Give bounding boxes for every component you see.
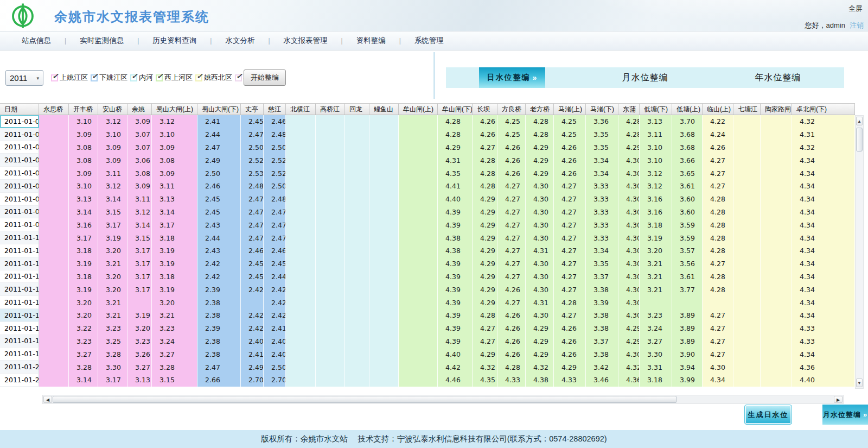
value-cell[interactable] xyxy=(345,193,369,206)
value-cell[interactable]: 3.33 xyxy=(586,206,618,219)
value-cell[interactable] xyxy=(316,167,345,180)
value-cell[interactable]: 4.34 xyxy=(792,309,855,322)
value-cell[interactable]: 2.47 xyxy=(241,218,264,231)
value-cell[interactable]: 2.43 xyxy=(197,244,241,257)
value-cell[interactable] xyxy=(399,361,438,374)
value-cell[interactable] xyxy=(369,283,399,296)
column-header[interactable]: 低塘(下) xyxy=(640,104,672,115)
value-cell[interactable]: 2.70 xyxy=(241,374,264,387)
value-cell[interactable]: 4.39 xyxy=(438,270,473,283)
value-cell[interactable]: 3.36 xyxy=(586,115,618,128)
value-cell[interactable]: 3.19 xyxy=(69,257,98,270)
value-cell[interactable]: 2.42 xyxy=(241,283,264,296)
value-cell[interactable]: 3.34 xyxy=(586,244,618,257)
value-cell[interactable] xyxy=(39,244,69,257)
value-cell[interactable]: 2.46 xyxy=(197,180,241,193)
value-cell[interactable] xyxy=(286,270,316,283)
column-header[interactable]: 安山桥 xyxy=(98,104,127,115)
value-cell[interactable] xyxy=(345,218,369,231)
value-cell[interactable] xyxy=(369,218,399,231)
value-cell[interactable]: 4.27 xyxy=(497,193,526,206)
value-cell[interactable] xyxy=(345,206,369,219)
value-cell[interactable]: 4.33 xyxy=(497,374,526,387)
value-cell[interactable]: 4.28 xyxy=(497,361,526,374)
value-cell[interactable] xyxy=(761,309,792,322)
value-cell[interactable]: 3.12 xyxy=(640,180,672,193)
date-cell[interactable]: 2011-01-06 xyxy=(0,180,39,193)
value-cell[interactable] xyxy=(316,115,345,128)
value-cell[interactable]: 3.09 xyxy=(152,167,197,180)
value-cell[interactable] xyxy=(286,257,316,270)
value-cell[interactable] xyxy=(345,128,369,141)
column-header[interactable]: 鲤鱼山 xyxy=(369,104,399,115)
value-cell[interactable] xyxy=(39,361,69,374)
value-cell[interactable]: 3.20 xyxy=(69,309,98,322)
value-cell[interactable]: 3.10 xyxy=(69,115,98,128)
value-cell[interactable]: 4.32 xyxy=(618,361,640,374)
value-cell[interactable] xyxy=(345,374,369,387)
value-cell[interactable]: 2.42 xyxy=(197,270,241,283)
value-cell[interactable]: 3.14 xyxy=(69,374,98,387)
value-cell[interactable]: 2.66 xyxy=(197,374,241,387)
value-cell[interactable] xyxy=(369,244,399,257)
value-cell[interactable] xyxy=(369,374,399,387)
checkbox-region-yaoxibei[interactable]: ✓姚西北区 xyxy=(195,73,232,83)
value-cell[interactable]: 3.59 xyxy=(672,218,703,231)
value-cell[interactable]: 4.26 xyxy=(554,141,586,154)
value-cell[interactable]: 3.09 xyxy=(152,141,197,154)
value-cell[interactable]: 4.27 xyxy=(497,296,526,309)
value-cell[interactable]: 4.26 xyxy=(497,154,526,167)
value-cell[interactable]: 2.42 xyxy=(264,309,286,322)
value-cell[interactable]: 4.27 xyxy=(554,206,586,219)
value-cell[interactable]: 2.50 xyxy=(264,361,286,374)
value-cell[interactable] xyxy=(399,231,438,244)
value-cell[interactable] xyxy=(39,218,69,231)
value-cell[interactable] xyxy=(316,257,345,270)
value-cell[interactable]: 2.48 xyxy=(264,193,286,206)
value-cell[interactable]: 2.47 xyxy=(241,206,264,219)
value-cell[interactable]: 3.18 xyxy=(152,270,197,283)
value-cell[interactable]: 3.28 xyxy=(98,348,127,361)
value-cell[interactable] xyxy=(733,348,761,361)
value-cell[interactable] xyxy=(316,309,345,322)
column-header[interactable]: 蜀山大闸(下) xyxy=(197,104,241,115)
value-cell[interactable]: 4.39 xyxy=(438,335,473,348)
value-cell[interactable]: 3.13 xyxy=(152,193,197,206)
value-cell[interactable]: 3.27 xyxy=(69,348,98,361)
value-cell[interactable]: 4.28 xyxy=(473,167,497,180)
value-cell[interactable]: 4.39 xyxy=(438,322,473,335)
value-cell[interactable]: 4.30 xyxy=(526,218,554,231)
value-cell[interactable] xyxy=(39,257,69,270)
value-cell[interactable]: 3.20 xyxy=(98,283,127,296)
value-cell[interactable]: 4.34 xyxy=(792,283,855,296)
date-cell[interactable]: 2011-01-01 xyxy=(0,115,39,128)
value-cell[interactable] xyxy=(733,361,761,374)
value-cell[interactable] xyxy=(39,193,69,206)
value-cell[interactable]: 4.40 xyxy=(438,193,473,206)
value-cell[interactable] xyxy=(286,361,316,374)
value-cell[interactable]: 2.42 xyxy=(241,322,264,335)
value-cell[interactable] xyxy=(316,141,345,154)
column-header[interactable]: 牟山闸(下) xyxy=(438,104,473,115)
value-cell[interactable]: 4.27 xyxy=(703,322,733,335)
value-cell[interactable]: 4.30 xyxy=(618,244,640,257)
value-cell[interactable] xyxy=(369,257,399,270)
value-cell[interactable]: 4.38 xyxy=(526,374,554,387)
value-cell[interactable]: 4.30 xyxy=(618,180,640,193)
value-cell[interactable] xyxy=(399,180,438,193)
value-cell[interactable] xyxy=(761,361,792,374)
column-header[interactable]: 高桥江 xyxy=(316,104,345,115)
value-cell[interactable] xyxy=(733,180,761,193)
value-cell[interactable] xyxy=(399,115,438,128)
value-cell[interactable]: 3.09 xyxy=(127,180,152,193)
value-cell[interactable]: 4.30 xyxy=(618,257,640,270)
value-cell[interactable]: 4.28 xyxy=(703,193,733,206)
value-cell[interactable] xyxy=(733,231,761,244)
value-cell[interactable]: 2.47 xyxy=(241,193,264,206)
value-cell[interactable] xyxy=(399,218,438,231)
value-cell[interactable]: 4.27 xyxy=(554,244,586,257)
value-cell[interactable]: 4.32 xyxy=(526,361,554,374)
value-cell[interactable]: 4.36 xyxy=(792,361,855,374)
value-cell[interactable] xyxy=(39,296,69,309)
value-cell[interactable] xyxy=(39,115,69,128)
